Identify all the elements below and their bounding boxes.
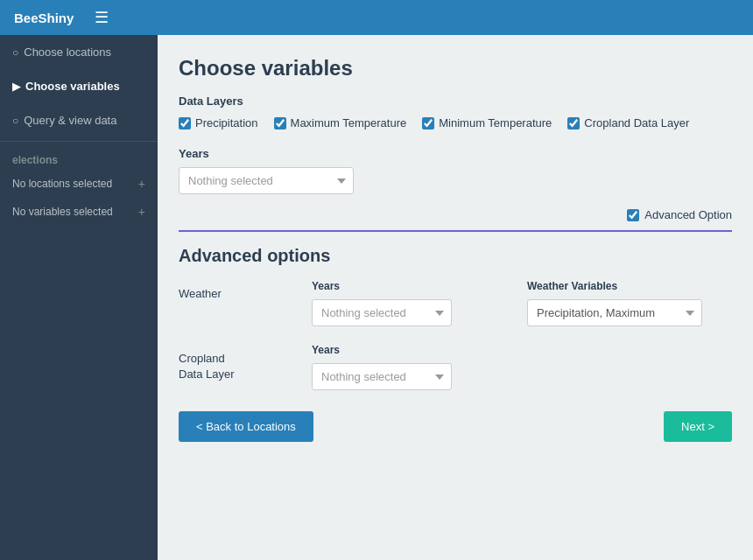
checkbox-cropland-input[interactable]: [567, 117, 580, 130]
cropland-row: CroplandData Layer Years Nothing selecte…: [179, 344, 732, 390]
sidebar-item-variables[interactable]: ▶ Choose variables: [0, 69, 158, 103]
sidebar-divider: [0, 141, 158, 142]
weather-vars-col-label: Weather Variables: [527, 280, 732, 292]
cropland-years-col-label: Years: [312, 344, 517, 356]
cropland-years-col: Years Nothing selected: [312, 344, 517, 390]
checkbox-precipitation-input[interactable]: [179, 117, 191, 130]
years-label: Years: [179, 147, 732, 160]
checkbox-min-temp[interactable]: Minimum Temperature: [422, 116, 552, 130]
checkbox-min-temp-input[interactable]: [422, 117, 434, 130]
advanced-options-title: Advanced options: [179, 246, 732, 266]
back-button[interactable]: < Back to Locations: [179, 411, 313, 442]
sidebar-item-locations[interactable]: ○ Choose locations: [0, 35, 158, 69]
weather-years-col: Years Nothing selected: [312, 280, 517, 326]
variables-step-icon: ▶: [12, 80, 20, 93]
cropland-years-dropdown[interactable]: Nothing selected: [312, 363, 452, 390]
content-area: Choose variables Data Layers Precipitati…: [158, 35, 753, 560]
section-divider: [179, 230, 732, 232]
variables-plus-icon[interactable]: +: [138, 205, 145, 219]
location-step-icon: ○: [12, 46, 18, 59]
sidebar-item-variables-label: Choose variables: [25, 80, 120, 93]
sidebar-variables-label: No variables selected: [12, 206, 113, 218]
cropland-label: CroplandData Layer: [179, 344, 301, 382]
weather-label: Weather: [179, 280, 301, 300]
checkbox-cropland-label: Cropland Data Layer: [584, 116, 689, 130]
query-step-icon: ○: [12, 115, 18, 127]
years-dropdown[interactable]: Nothing selected: [179, 167, 354, 194]
weather-vars-dropdown[interactable]: Precipitation, Maximum: [527, 299, 702, 326]
checkbox-precipitation[interactable]: Precipitation: [179, 116, 258, 130]
weather-years-dropdown[interactable]: Nothing selected: [312, 299, 452, 326]
top-nav: BeeShiny ☰: [0, 0, 753, 35]
checkbox-precipitation-label: Precipitation: [195, 116, 258, 130]
advanced-option-checkbox[interactable]: [627, 209, 639, 221]
weather-vars-col: Weather Variables Precipitation, Maximum: [527, 280, 732, 326]
locations-plus-icon[interactable]: +: [138, 177, 145, 191]
data-layers-label: Data Layers: [179, 94, 732, 108]
sidebar-item-query-label: Query & view data: [24, 114, 116, 127]
weather-years-col-label: Years: [312, 280, 517, 292]
main-layout: ○ Choose locations ▶ Choose variables ○ …: [0, 35, 753, 560]
weather-row: Weather Years Nothing selected Weather V…: [179, 280, 732, 326]
checkbox-max-temp-label: Maximum Temperature: [291, 116, 407, 130]
hamburger-icon[interactable]: ☰: [95, 8, 109, 27]
app-title: BeeShiny: [14, 10, 74, 25]
next-button[interactable]: Next >: [664, 411, 732, 442]
sidebar-locations-label: No locations selected: [12, 178, 112, 190]
footer-buttons: < Back to Locations Next >: [179, 397, 732, 456]
sidebar-item-query[interactable]: ○ Query & view data: [0, 103, 158, 137]
years-section: Years Nothing selected: [179, 147, 732, 194]
checkbox-max-temp-input[interactable]: [274, 117, 286, 130]
advanced-option-label: Advanced Option: [644, 208, 732, 221]
data-layers-row: Precipitation Maximum Temperature Minimu…: [179, 116, 732, 130]
checkbox-cropland[interactable]: Cropland Data Layer: [567, 116, 689, 130]
sidebar-selections-title: elections: [0, 145, 158, 170]
checkbox-min-temp-label: Minimum Temperature: [439, 116, 552, 130]
sidebar-variables-selection[interactable]: No variables selected +: [0, 198, 158, 226]
page-title: Choose variables: [179, 56, 732, 80]
sidebar: ○ Choose locations ▶ Choose variables ○ …: [0, 35, 158, 560]
advanced-option-row: Advanced Option: [179, 208, 732, 221]
checkbox-max-temp[interactable]: Maximum Temperature: [274, 116, 407, 130]
sidebar-locations-selection[interactable]: No locations selected +: [0, 170, 158, 198]
sidebar-item-locations-label: Choose locations: [24, 46, 111, 59]
